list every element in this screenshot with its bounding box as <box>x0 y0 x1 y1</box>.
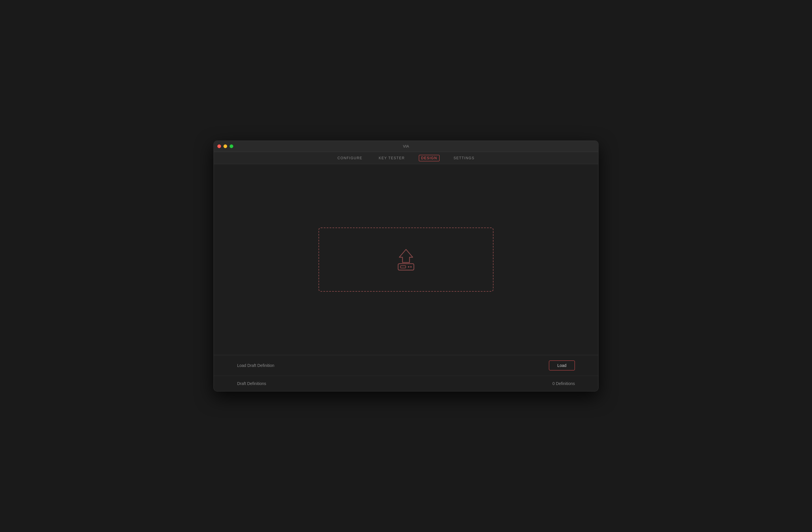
titlebar: VIA <box>214 141 598 152</box>
svg-marker-0 <box>399 249 413 262</box>
main-content: Load Draft Definition Load Draft Definit… <box>214 164 598 391</box>
close-button[interactable] <box>217 144 221 148</box>
svg-point-3 <box>410 266 412 268</box>
draft-definitions-row: Draft Definitions 0 Definitions <box>214 376 598 391</box>
maximize-button[interactable] <box>230 144 233 148</box>
draft-definitions-label: Draft Definitions <box>237 381 266 386</box>
app-window: VIA CONFIGURE KEY TESTER DESIGN SETTINGS <box>214 141 598 391</box>
window-title: VIA <box>403 144 409 148</box>
upload-icon-wrapper <box>393 248 419 271</box>
svg-rect-4 <box>401 266 406 268</box>
traffic-lights <box>217 144 233 148</box>
minimize-button[interactable] <box>223 144 227 148</box>
upload-section <box>214 164 598 355</box>
draft-definitions-value: 0 Definitions <box>552 381 575 386</box>
upload-dropzone[interactable] <box>319 228 493 292</box>
upload-icon <box>393 248 419 271</box>
nav-item-key-tester[interactable]: KEY TESTER <box>377 155 407 161</box>
nav-item-settings[interactable]: SETTINGS <box>451 155 477 161</box>
nav-item-design[interactable]: DESIGN <box>419 155 439 161</box>
svg-point-2 <box>408 266 409 268</box>
nav-item-configure[interactable]: CONFIGURE <box>335 155 365 161</box>
load-definition-row: Load Draft Definition Load <box>214 355 598 376</box>
info-section: Load Draft Definition Load Draft Definit… <box>214 355 598 391</box>
navbar: CONFIGURE KEY TESTER DESIGN SETTINGS <box>214 152 598 164</box>
load-definition-label: Load Draft Definition <box>237 363 274 368</box>
load-button[interactable]: Load <box>549 360 575 370</box>
